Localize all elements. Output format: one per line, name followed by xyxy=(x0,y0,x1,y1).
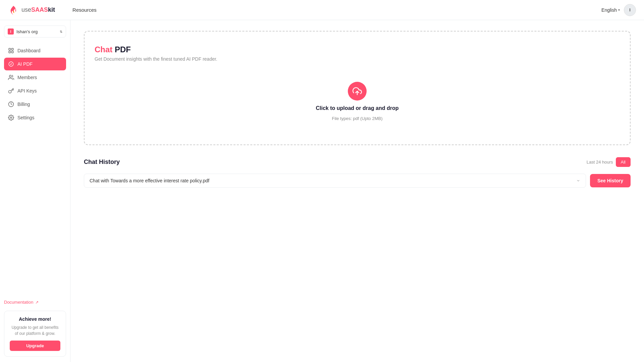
upgrade-card-desc: Upgrade to get all benefits of our platf… xyxy=(10,324,60,337)
members-icon xyxy=(8,74,14,80)
svg-rect-3 xyxy=(12,51,13,53)
documentation-label: Documentation xyxy=(4,300,33,305)
org-chevron-icon: ⇅ xyxy=(60,30,62,34)
svg-point-7 xyxy=(10,117,12,119)
sidebar-item-dashboard-label: Dashboard xyxy=(17,48,41,53)
ai-pdf-icon xyxy=(8,61,14,67)
logo[interactable]: useSAASkit xyxy=(8,5,55,15)
sidebar-nav: Dashboard AI PDF Members API Keys xyxy=(4,44,66,125)
upload-center: Click to upload or drag and drop File ty… xyxy=(95,75,620,131)
svg-point-5 xyxy=(9,75,11,77)
org-name: Ishan's org xyxy=(16,29,57,34)
sidebar-item-billing-label: Billing xyxy=(17,102,30,107)
sidebar-item-settings-label: Settings xyxy=(17,115,35,120)
language-selector[interactable]: English ▾ xyxy=(601,7,620,13)
sidebar-item-members[interactable]: Members xyxy=(4,71,66,84)
svg-rect-1 xyxy=(12,48,13,50)
upload-hint: File types: pdf (Upto 2MB) xyxy=(332,116,383,121)
svg-rect-0 xyxy=(9,48,10,50)
upgrade-card: Achieve more! Upgrade to get all benefit… xyxy=(4,311,66,357)
history-row: Chat with Towards a more effective inter… xyxy=(84,174,631,188)
history-doc-select[interactable]: Chat with Towards a more effective inter… xyxy=(84,174,586,188)
see-history-button[interactable]: See History xyxy=(590,174,631,187)
topbar-left: useSAASkit Resources xyxy=(8,5,97,15)
api-keys-icon xyxy=(8,88,14,94)
svg-rect-2 xyxy=(9,51,10,53)
topbar-right: English ▾ I xyxy=(601,4,636,16)
sidebar-bottom: Documentation ↗ Achieve more! Upgrade to… xyxy=(4,298,66,357)
chat-history-title: Chat History xyxy=(84,159,120,166)
dashboard-icon xyxy=(8,48,14,54)
logo-text: useSAASkit xyxy=(21,6,55,13)
filter-last24-label: Last 24 hours xyxy=(587,160,613,165)
app-layout: I Ishan's org ⇅ Dashboard AI PDF xyxy=(0,20,644,362)
sidebar-item-settings[interactable]: Settings xyxy=(4,111,66,124)
cloud-upload-icon xyxy=(353,86,362,96)
filter-group: Last 24 hours All xyxy=(587,157,631,167)
sidebar-item-ai-pdf-label: AI PDF xyxy=(17,61,33,67)
upload-area[interactable]: Chat PDF Get Document insights with the … xyxy=(84,31,631,145)
sidebar-item-api-keys[interactable]: API Keys xyxy=(4,84,66,97)
sidebar: I Ishan's org ⇅ Dashboard AI PDF xyxy=(0,20,70,362)
documentation-link[interactable]: Documentation ↗ xyxy=(4,298,66,306)
upload-icon-circle xyxy=(348,82,367,101)
title-pdf: PDF xyxy=(115,45,131,54)
topbar: useSAASkit Resources English ▾ I xyxy=(0,0,644,20)
chat-pdf-subtitle: Get Document insights with the finest tu… xyxy=(95,56,620,62)
sidebar-item-members-label: Members xyxy=(17,75,37,80)
topbar-nav-label: Resources xyxy=(72,7,97,13)
org-selector[interactable]: I Ishan's org ⇅ xyxy=(4,25,66,38)
org-initial: I xyxy=(8,28,14,35)
language-label: English xyxy=(601,7,617,13)
sidebar-item-billing[interactable]: Billing xyxy=(4,98,66,111)
main-content: Chat PDF Get Document insights with the … xyxy=(70,20,644,362)
settings-icon xyxy=(8,115,14,121)
title-chat: Chat xyxy=(95,45,112,54)
upgrade-card-title: Achieve more! xyxy=(10,316,60,322)
language-chevron-icon: ▾ xyxy=(618,8,620,12)
sidebar-item-dashboard[interactable]: Dashboard xyxy=(4,44,66,57)
sidebar-item-ai-pdf[interactable]: AI PDF xyxy=(4,58,66,70)
billing-icon xyxy=(8,101,14,107)
chat-pdf-title: Chat PDF xyxy=(95,45,620,54)
user-avatar[interactable]: I xyxy=(624,4,636,16)
logo-icon xyxy=(8,5,19,15)
upgrade-button[interactable]: Upgrade xyxy=(10,341,60,351)
chat-history-header: Chat History Last 24 hours All xyxy=(84,157,631,167)
upload-text: Click to upload or drag and drop xyxy=(316,105,398,111)
sidebar-item-api-keys-label: API Keys xyxy=(17,88,37,94)
external-link-icon: ↗ xyxy=(35,300,39,305)
filter-all-button[interactable]: All xyxy=(616,157,631,167)
